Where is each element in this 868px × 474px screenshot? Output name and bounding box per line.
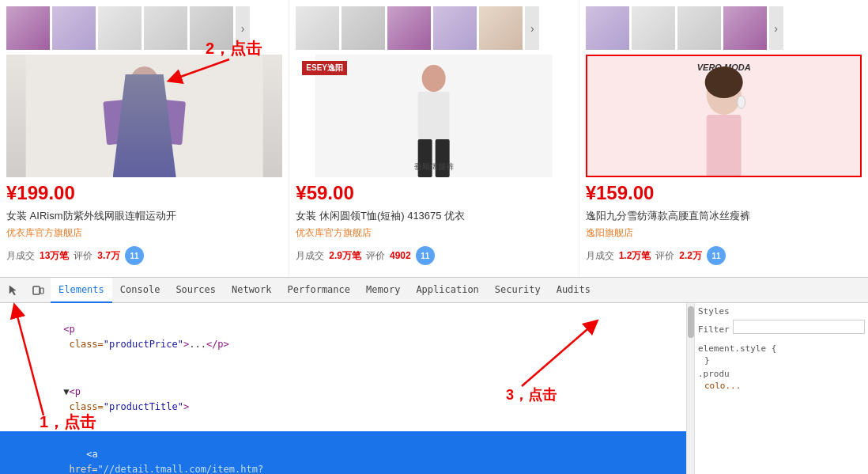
thumb-item[interactable]: [632, 6, 675, 50]
tab-performance[interactable]: Performance: [280, 278, 358, 303]
device-toolbar-button[interactable]: [27, 279, 49, 301]
tag-open-close: >: [183, 401, 189, 412]
next-thumb-button-2[interactable]: ›: [525, 6, 539, 50]
produ-rule: .produ: [698, 369, 865, 379]
product-stats-3: 月成交 1.2万笔 评价 2.2万 11: [586, 246, 862, 265]
svg-rect-5: [127, 152, 143, 177]
product-image-svg-3: VERO MODA: [587, 55, 860, 177]
rating-label-2: 评价: [366, 249, 385, 263]
svg-rect-10: [418, 139, 432, 177]
product-thumbs-2: ›: [296, 6, 572, 50]
rating-count-1: 3.7万: [97, 249, 120, 263]
svg-rect-9: [418, 92, 450, 139]
svg-point-16: [704, 66, 742, 98]
product-stats-2: 月成交 2.9万笔 评价 4902 11: [296, 246, 572, 265]
svg-point-8: [422, 65, 446, 92]
tab-application[interactable]: Application: [408, 278, 486, 303]
filter-label: Filter: [698, 324, 730, 335]
code-line-3[interactable]: <a href="//detail.tmall.com/item.htm?: [0, 431, 686, 475]
tag-close-p: </p>: [206, 339, 229, 350]
svg-rect-17: [706, 115, 741, 177]
monthly-sales-label-3: 月成交: [586, 249, 614, 263]
thumb-item[interactable]: [6, 6, 50, 50]
svg-rect-6: [146, 152, 162, 177]
product-main-image-3: VERO MODA: [586, 55, 862, 177]
devtools-elements-panel[interactable]: <p class="productPrice">...</p> ▼<p clas…: [0, 303, 686, 474]
device-icon: [32, 284, 44, 297]
svg-point-18: [737, 96, 745, 108]
thumb-item[interactable]: [52, 6, 96, 50]
product-price-1: ¥199.00: [6, 182, 282, 204]
thumb-item[interactable]: [190, 6, 233, 50]
thumb-item[interactable]: [433, 6, 477, 50]
sales-count-1: 13万笔: [40, 249, 69, 263]
sales-count-3: 1.2万笔: [619, 249, 651, 263]
product-price-3: ¥159.00: [586, 182, 862, 204]
tab-network[interactable]: Network: [224, 278, 280, 303]
code-line-1: <p class="productPrice">...</p>: [0, 306, 686, 369]
product-list: › ¥199.00 女装 AIRism防紫外线网眼: [0, 0, 868, 277]
product-thumbs-3: ›: [586, 6, 862, 50]
tab-memory[interactable]: Memory: [358, 278, 408, 303]
svg-point-1: [130, 66, 159, 98]
thumb-item[interactable]: [144, 6, 187, 50]
val-class-title: "productTitle": [104, 401, 183, 412]
devtools-container: Elements Console Sources Network Perform…: [0, 277, 868, 474]
attr-href: href=: [63, 464, 97, 474]
element-style-closing: }: [704, 355, 865, 366]
brand-badge-2: ESEY逸阳: [302, 61, 347, 75]
thumb-item[interactable]: [296, 6, 339, 50]
rating-label-3: 评价: [655, 249, 674, 263]
thumb-item[interactable]: [387, 6, 431, 50]
inspect-element-button[interactable]: [3, 279, 25, 301]
scrollbar-thumb[interactable]: [688, 306, 694, 338]
styles-label: Styles: [698, 306, 865, 317]
sales-count-2: 2.9万笔: [329, 249, 361, 263]
styles-filter-input[interactable]: [733, 320, 865, 334]
product-image-svg-1: [6, 55, 282, 177]
thumb-item[interactable]: [479, 6, 523, 50]
svg-rect-11: [436, 139, 450, 177]
product-main-image-1: [6, 55, 282, 177]
shop-link-2[interactable]: 优衣库官方旗舰店: [296, 226, 572, 240]
tab-console[interactable]: Console: [112, 278, 168, 303]
rating-badge-3: 11: [707, 246, 726, 265]
attr-class-title: class=: [63, 401, 104, 412]
next-thumb-button-3[interactable]: ›: [769, 6, 783, 50]
svg-rect-2: [125, 98, 164, 154]
product-thumbs-1: ›: [6, 6, 282, 50]
svg-rect-22: [33, 286, 40, 294]
product-title-2: 女装 休闲圆领T恤(短袖) 413675 优衣: [296, 209, 572, 223]
rating-count-2: 4902: [390, 250, 411, 261]
code-line-2: ▼<p class="productTitle">: [0, 369, 686, 431]
tab-elements[interactable]: Elements: [51, 278, 112, 303]
tag-span: <p: [63, 324, 74, 335]
color-prop: colo...: [704, 381, 865, 391]
product-title-3: 逸阳九分雪纺薄款高腰直筒冰丝瘦裤: [586, 209, 862, 223]
thumb-item[interactable]: [98, 6, 142, 50]
scrollbar[interactable]: [686, 303, 694, 474]
thumb-item[interactable]: [677, 6, 721, 50]
thumb-item[interactable]: [342, 6, 385, 50]
attr-span: class=: [63, 339, 104, 350]
thumb-item[interactable]: [586, 6, 629, 50]
product-area: › ¥199.00 女装 AIRism防紫外线网眼: [0, 0, 868, 277]
svg-text:垂顺阔腿裤: 垂顺阔腿裤: [414, 162, 454, 171]
product-title-1: 女装 AIRism防紫外线网眼连帽运动开: [6, 209, 282, 223]
rating-badge-2: 11: [416, 246, 435, 265]
devtools-content-area: <p class="productPrice">...</p> ▼<p clas…: [0, 303, 868, 474]
val-span: "productPrice": [104, 339, 183, 350]
shop-link-3[interactable]: 逸阳旗舰店: [586, 226, 862, 240]
rating-badge-1: 11: [125, 246, 144, 265]
tab-audits[interactable]: Audits: [549, 278, 598, 303]
devtools-panel: Elements Console Sources Network Perform…: [0, 277, 868, 474]
product-col-2: › ESEY逸阳 垂顺阔腿裤 ¥59.00 女装 休闲圆领T恤(短袖) 4136: [289, 0, 579, 277]
tab-sources[interactable]: Sources: [168, 278, 224, 303]
thumb-item[interactable]: [723, 6, 767, 50]
tag-a: <a: [86, 449, 97, 460]
svg-rect-4: [158, 100, 186, 145]
shop-link-1[interactable]: 优衣库官方旗舰店: [6, 226, 282, 240]
product-col-3: › VERO MODA: [579, 0, 868, 277]
tab-security[interactable]: Security: [487, 278, 549, 303]
next-thumb-button[interactable]: ›: [236, 6, 250, 50]
